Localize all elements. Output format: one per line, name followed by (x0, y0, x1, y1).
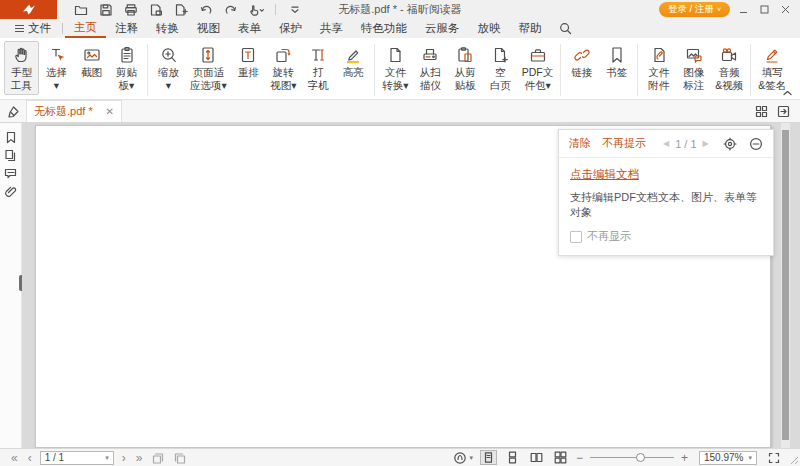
ribbon-from-scanner[interactable]: 从扫 描仪 (413, 41, 448, 95)
ribbon-file-convert[interactable]: 文件 转换▾ (378, 41, 413, 95)
document-tab[interactable]: 无标题.pdf * ✕ (26, 100, 122, 122)
customize-toolbar-icon[interactable] (287, 2, 303, 18)
attachments-panel-icon[interactable] (3, 184, 19, 198)
fullscreen-icon[interactable] (768, 452, 780, 464)
login-register-button[interactable]: 登录 / 注册 ˅ (659, 2, 730, 17)
window-title: 无标题.pdf * - 福昕阅读器 (338, 2, 461, 17)
highlight-icon (343, 44, 363, 66)
ribbon-rotate-view[interactable]: 旋转 视图▾ (266, 41, 301, 95)
facing-continuous-view-icon[interactable] (552, 450, 569, 465)
ribbon-clipboard[interactable]: 剪贴 板▾ (109, 41, 144, 95)
zoom-dropdown-icon[interactable]: ▾ (748, 454, 752, 462)
ribbon-typewriter[interactable]: 打 字机 (301, 41, 336, 95)
email-icon[interactable] (148, 2, 164, 18)
ribbon-hand-tool[interactable]: 手型 工具 (4, 41, 39, 95)
read-mode-icon[interactable] (777, 105, 790, 118)
page-dropdown-icon[interactable]: ▾ (105, 454, 109, 462)
ribbon-from-clipboard[interactable]: 从剪 贴板 (448, 41, 483, 95)
ribbon-highlight[interactable]: 高亮 (336, 41, 371, 82)
menu-tab-cloud[interactable]: 云服务 (416, 19, 469, 38)
menu-tab-share[interactable]: 共享 (311, 19, 352, 38)
menu-tab-convert[interactable]: 转换 (147, 19, 188, 38)
edit-document-link[interactable]: 点击编辑文档 (570, 168, 639, 180)
single-page-view-icon[interactable] (480, 450, 497, 465)
menu-tab-protect[interactable]: 保护 (270, 19, 311, 38)
ribbon-fill-sign[interactable]: 填写 &签名 (754, 41, 790, 95)
vertical-scrollbar[interactable] (781, 123, 790, 448)
minimize-button[interactable] (733, 0, 754, 19)
facing-view-icon[interactable] (528, 450, 545, 465)
menu-tab-comment[interactable]: 注释 (106, 19, 147, 38)
thumbnails-grid-icon[interactable] (755, 105, 768, 118)
continuous-view-icon[interactable] (504, 450, 521, 465)
clear-button[interactable]: 清除 (569, 136, 591, 151)
dont-show-checkbox[interactable] (570, 231, 582, 243)
maximize-button[interactable] (754, 0, 775, 19)
from-clipboard-icon (455, 44, 475, 66)
ribbon-bookmark[interactable]: 书签 (599, 41, 634, 82)
page-fit-icon (198, 44, 218, 66)
ribbon-snapshot[interactable]: 截图 (74, 41, 109, 82)
pan-tool-selector[interactable]: ▾ (453, 451, 473, 465)
print-icon[interactable] (123, 2, 139, 18)
ribbon-image-annotation[interactable]: 图像 标注 (676, 41, 711, 95)
tab-close-icon[interactable]: ✕ (106, 107, 114, 117)
menu-tab-view[interactable]: 视图 (188, 19, 229, 38)
notification-panel: 清除 不再提示 ◀ 1 / 1 ▶ 点击编辑文档 支持编辑PDF文档文本、图片、… (558, 129, 774, 256)
menu-tab-features[interactable]: 特色功能 (352, 19, 416, 38)
touch-mode-icon[interactable] (248, 2, 264, 18)
redo-icon[interactable] (223, 2, 239, 18)
undo-icon[interactable] (198, 2, 214, 18)
ribbon-select[interactable]: 选择 ▾ (39, 41, 74, 95)
resize-grip[interactable] (790, 456, 799, 465)
ribbon-zoom[interactable]: 缩放 ▾ (151, 41, 186, 95)
ribbon-pdf-portfolio[interactable]: PDF文 件包▾ (518, 41, 558, 95)
collapse-ribbon-icon[interactable] (783, 90, 792, 96)
ribbon-file-attachment[interactable]: 文件 附件 (641, 41, 676, 95)
pager-next-icon[interactable]: ▶ (703, 139, 709, 148)
close-button[interactable] (775, 0, 796, 19)
ribbon-blank-page[interactable]: 空 白页 (483, 41, 518, 95)
last-page-button[interactable]: » (131, 452, 148, 464)
menu-divider (62, 23, 63, 34)
menu-tab-home[interactable]: 主页 (65, 19, 106, 38)
create-pdf-icon[interactable] (173, 2, 189, 18)
open-file-icon[interactable] (73, 2, 89, 18)
menu-tab-slideshow[interactable]: 放映 (469, 19, 510, 38)
notification-settings-icon[interactable] (723, 137, 737, 151)
ribbon-link[interactable]: 链接 (564, 41, 599, 82)
image-annotation-icon (684, 44, 704, 66)
menu-tab-help[interactable]: 帮助 (510, 19, 551, 38)
save-icon[interactable] (98, 2, 114, 18)
file-convert-icon (385, 44, 405, 66)
notification-minimize-icon[interactable] (749, 137, 763, 151)
ribbon-separator (147, 44, 148, 96)
menu-search-button[interactable] (551, 19, 580, 38)
zoom-slider[interactable] (590, 450, 674, 465)
next-view-icon[interactable] (173, 451, 187, 465)
ribbon-separator (374, 44, 375, 96)
bookmarks-panel-icon[interactable] (3, 130, 19, 144)
ribbon-page-fit[interactable]: 页面适 应选项▾ (186, 41, 231, 95)
next-page-button[interactable]: › (117, 452, 131, 464)
page-number-input[interactable]: 1 / 1 ▾ (40, 451, 114, 465)
zoom-level-input[interactable]: 150.97% ▾ (699, 451, 757, 465)
pages-panel-icon[interactable] (3, 148, 19, 162)
quick-edit-icon[interactable] (0, 100, 26, 122)
document-tab-title: 无标题.pdf * (34, 104, 100, 119)
zoom-out-button[interactable]: − (576, 451, 583, 465)
ribbon-reflow[interactable]: 重排 (231, 41, 266, 82)
dont-remind-button[interactable]: 不再提示 (602, 136, 646, 151)
previous-view-icon[interactable] (151, 451, 165, 465)
first-page-button[interactable]: « (6, 452, 23, 464)
scrollbar-thumb[interactable] (782, 130, 789, 440)
tab-bar-actions (755, 100, 800, 122)
comments-panel-icon[interactable] (3, 166, 19, 180)
zoom-in-button[interactable]: + (681, 451, 688, 465)
zoom-slider-handle[interactable] (636, 453, 645, 462)
pager-prev-icon[interactable]: ◀ (663, 139, 669, 148)
ribbon-audio-video[interactable]: 音频 &视频 (711, 41, 747, 95)
prev-page-button[interactable]: ‹ (23, 452, 37, 464)
menu-file[interactable]: 文件 (6, 19, 60, 38)
menu-tab-form[interactable]: 表单 (229, 19, 270, 38)
